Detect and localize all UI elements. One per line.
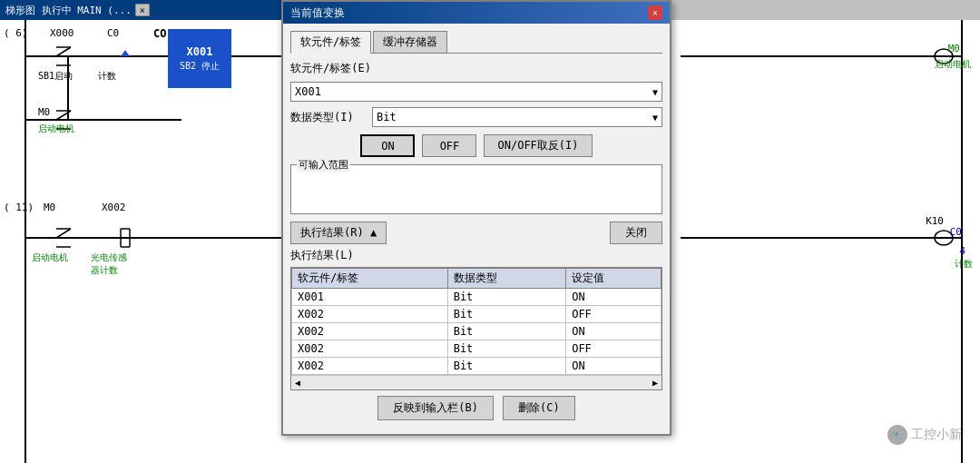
device-input-box[interactable]: X001 ▼ — [290, 82, 662, 102]
reflect-btn[interactable]: 反映到输入栏(B) — [377, 396, 494, 420]
watermark: 🔧 工控小新 — [887, 425, 962, 445]
cell-device-2: X002 — [292, 323, 448, 340]
range-label: 可输入范围 — [297, 158, 350, 172]
cell-val-1: OFF — [566, 306, 662, 323]
cell-val-3: OFF — [566, 340, 662, 358]
cell-dtype-0: Bit — [447, 289, 566, 306]
branch-m0-sub: 启动电机 — [38, 123, 74, 135]
cell-dtype-3: Bit — [447, 340, 566, 358]
device-input-value: X001 — [295, 85, 321, 98]
table-body: X001 Bit ON X002 Bit OFF X002 Bit ON — [292, 289, 662, 375]
btn-row: ON OFF ON/OFF取反(I) — [290, 134, 662, 157]
btn-off[interactable]: OFF — [422, 134, 476, 157]
exec-result-btn[interactable]: 执行结果(R) ▲ — [290, 222, 387, 244]
svg-marker-6 — [121, 50, 130, 56]
table-row[interactable]: X001 Bit ON — [292, 289, 662, 306]
table-scroll[interactable]: 软元件/标签 数据类型 设定值 X001 Bit ON X002 — [291, 268, 662, 375]
col-datatype: 数据类型 — [447, 269, 566, 289]
close-main-btn[interactable]: 关闭 — [610, 222, 662, 244]
sb1-label: SB1启动 — [38, 70, 73, 83]
dialog: 当前值变换 × 软元件/标签 缓冲存储器 软元件/标签(E) X001 ▼ 数据… — [281, 0, 671, 436]
k10-label: K10 — [926, 215, 944, 227]
scroll-right-icon[interactable]: ▶ — [652, 378, 658, 388]
datatype-select[interactable]: Bit ▼ — [372, 107, 662, 127]
right-m0-label: M0 — [948, 43, 960, 54]
c0-label: C0 — [107, 27, 119, 39]
dialog-title-text: 当前值变换 — [290, 5, 345, 21]
count-label: 计数 — [98, 70, 116, 83]
right-m0-sub: 启动电机 — [935, 58, 971, 71]
btn-toggle[interactable]: ON/OFF取反(I) — [484, 134, 592, 157]
right-ladder-svg — [681, 20, 980, 463]
cell-device-1: X002 — [292, 306, 448, 323]
scroll-indicator-row: ◀ ▶ — [291, 375, 662, 389]
cell-device-3: X002 — [292, 340, 448, 358]
watermark-icon: 🔧 — [887, 425, 907, 445]
cell-val-0: ON — [566, 289, 662, 306]
col-device: 软元件/标签 — [292, 269, 448, 289]
table-head: 软元件/标签 数据类型 设定值 — [292, 269, 662, 289]
cell-val-2: ON — [566, 323, 662, 340]
form-device-input-row: X001 ▼ — [290, 82, 662, 102]
result-table: 软元件/标签 数据类型 设定值 X001 Bit ON X002 — [291, 268, 662, 375]
row11-num: ( 11) — [4, 202, 34, 213]
dialog-close-btn[interactable]: × — [648, 5, 662, 20]
count-label-right: 计数 — [955, 258, 973, 271]
count-val: 4 — [959, 245, 965, 257]
cell-dtype-1: Bit — [447, 306, 566, 323]
row11-motor-label: 启动电机 — [32, 251, 68, 264]
cell-device-0: X001 — [292, 289, 448, 306]
x001-block: X001 SB2 停止 — [168, 29, 231, 88]
dialog-titlebar: 当前值变换 × — [283, 2, 670, 24]
cell-dtype-4: Bit — [447, 358, 566, 375]
range-box: 可输入范围 — [290, 164, 662, 214]
device-dropdown-arrow: ▼ — [652, 87, 658, 97]
table-row[interactable]: X002 Bit OFF — [292, 340, 662, 358]
form-datatype-row: 数据类型(I) Bit ▼ — [290, 107, 662, 127]
svg-line-2 — [56, 47, 71, 56]
watermark-text: 工控小新 — [911, 427, 962, 443]
table-row[interactable]: X002 Bit OFF — [292, 306, 662, 323]
tab-device[interactable]: 软元件/标签 — [290, 31, 371, 54]
exec-result-label: 执行结果(L) — [290, 248, 662, 263]
svg-line-16 — [56, 229, 71, 238]
co-label: CO — [153, 27, 166, 40]
delete-btn[interactable]: 删除(C) — [503, 396, 575, 420]
cell-val-4: ON — [566, 358, 662, 375]
x000-label: X000 — [50, 27, 74, 39]
datatype-label: 数据类型(I) — [290, 110, 372, 125]
titlebar-close-btn[interactable]: × — [135, 4, 150, 16]
device-label: 软元件/标签(E) — [290, 61, 372, 76]
table-row[interactable]: X002 Bit ON — [292, 323, 662, 340]
form-device-row: 软元件/标签(E) — [290, 61, 662, 76]
col-value: 设定值 — [566, 269, 662, 289]
range-section: 可输入范围 — [290, 164, 662, 214]
exec-row: 执行结果(R) ▲ 关闭 — [290, 222, 662, 244]
titlebar-label: 梯形图 执行中 MAIN (... — [5, 4, 132, 17]
cell-device-4: X002 — [292, 358, 448, 375]
table-wrapper: 软元件/标签 数据类型 设定值 X001 Bit ON X002 — [290, 267, 662, 390]
datatype-dropdown-arrow: ▼ — [652, 113, 658, 123]
row6-num: ( 6) — [4, 27, 28, 39]
branch-m0-label: M0 — [38, 106, 50, 118]
bottom-btn-row: 反映到输入栏(B) 删除(C) — [290, 396, 662, 420]
c0-coil-label: C0 — [950, 226, 962, 238]
row11-sensor-label: 光电传感器计数 — [91, 251, 127, 277]
table-row[interactable]: X002 Bit ON — [292, 358, 662, 375]
x001-inner-label: X001 SB2 停止 — [180, 44, 220, 73]
x001-top: X001 — [180, 44, 220, 60]
datatype-value: Bit — [377, 111, 397, 123]
sb2-label: SB2 停止 — [180, 60, 220, 73]
btn-on[interactable]: ON — [360, 134, 415, 157]
tab-buffer[interactable]: 缓冲存储器 — [373, 31, 447, 53]
dialog-body: 软元件/标签 缓冲存储器 软元件/标签(E) X001 ▼ 数据类型(I) Bi… — [283, 24, 670, 428]
row11-m0-label: M0 — [44, 202, 55, 213]
cell-dtype-2: Bit — [447, 323, 566, 340]
row11-x002-label: X002 — [102, 202, 126, 213]
tab-row: 软元件/标签 缓冲存储器 — [290, 31, 662, 54]
right-ladder: M0 启动电机 K10 C0 4 计数 — [681, 20, 980, 463]
